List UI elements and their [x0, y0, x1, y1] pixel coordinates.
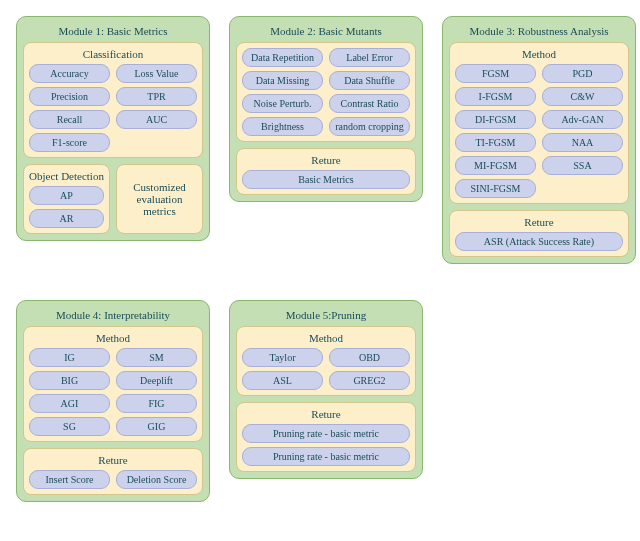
method-pill: C&W	[542, 87, 623, 106]
method-pill: GREG2	[329, 371, 410, 390]
metric-pill: AP	[29, 186, 104, 205]
return-pill: Deletion Score	[116, 470, 197, 489]
method-pill: FIG	[116, 394, 197, 413]
diagram-canvas: Module 1: Basic Metrics Classification A…	[10, 10, 640, 541]
module-interpretability: Module 4: Interpretability Method IG SM …	[16, 300, 210, 502]
method-pill: ASL	[242, 371, 323, 390]
return-pill: Insert Score	[29, 470, 110, 489]
sub-title: Method	[29, 332, 197, 344]
module-title: Module 5:Pruning	[236, 309, 416, 321]
sub-title: Reture	[242, 408, 410, 420]
metric-pill: F1-score	[29, 133, 110, 152]
sub-title: Reture	[29, 454, 197, 466]
mutant-pill: Data Missing	[242, 71, 323, 90]
module-pruning: Module 5:Pruning Method Taylor OBD ASL G…	[229, 300, 423, 479]
method-pill: PGD	[542, 64, 623, 83]
method-pill: IG	[29, 348, 110, 367]
mutant-pill: Data Shuffle	[329, 71, 410, 90]
module-title: Module 1: Basic Metrics	[23, 25, 203, 37]
sub-classification: Classification Accuracy Loss Value Preci…	[23, 42, 203, 158]
module-title: Module 2: Basic Mutants	[236, 25, 416, 37]
method-pill: FGSM	[455, 64, 536, 83]
sub-title: Reture	[242, 154, 410, 166]
sub-reture: Reture Basic Metrics	[236, 148, 416, 195]
module-robustness: Module 3: Robustness Analysis Method FGS…	[442, 16, 636, 264]
sub-reture: Reture Pruning rate - basic metric Pruni…	[236, 402, 416, 472]
sub-object-detection: Object Detection AP AR	[23, 164, 110, 234]
metric-pill: Loss Value	[116, 64, 197, 83]
module-basic-metrics: Module 1: Basic Metrics Classification A…	[16, 16, 210, 241]
method-pill: Taylor	[242, 348, 323, 367]
method-pill: MI-FGSM	[455, 156, 536, 175]
method-pill: BIG	[29, 371, 110, 390]
sub-title: Method	[242, 332, 410, 344]
module-basic-mutants: Module 2: Basic Mutants Data Repetition …	[229, 16, 423, 202]
return-pill: ASR (Attack Success Rate)	[455, 232, 623, 251]
metric-pill: Precision	[29, 87, 110, 106]
sub-method: Method FGSM PGD I-FGSM C&W DI-FGSM Adv-G…	[449, 42, 629, 204]
method-pill: OBD	[329, 348, 410, 367]
sub-title: Method	[455, 48, 623, 60]
method-pill: SSA	[542, 156, 623, 175]
return-pill: Pruning rate - basic metric	[242, 424, 410, 443]
metric-pill: Recall	[29, 110, 110, 129]
sub-title: Reture	[455, 216, 623, 228]
sub-method: Method Taylor OBD ASL GREG2	[236, 326, 416, 396]
mutant-pill: Brightness	[242, 117, 323, 136]
method-pill: SINI-FGSM	[455, 179, 536, 198]
mutant-pill: Data Repetition	[242, 48, 323, 67]
mutant-pill: Noise Perturb.	[242, 94, 323, 113]
mutant-pill: random cropping	[329, 117, 410, 136]
module-title: Module 3: Robustness Analysis	[449, 25, 629, 37]
method-pill: I-FGSM	[455, 87, 536, 106]
module-title: Module 4: Interpretability	[23, 309, 203, 321]
sub-customized: Customized evaluation metrics	[116, 164, 203, 234]
metric-pill: AUC	[116, 110, 197, 129]
sub-items: Data Repetition Label Error Data Missing…	[236, 42, 416, 142]
metric-pill: TPR	[116, 87, 197, 106]
method-pill: NAA	[542, 133, 623, 152]
method-pill: GIG	[116, 417, 197, 436]
metric-pill: AR	[29, 209, 104, 228]
sub-method: Method IG SM BIG Deeplift AGI FIG SG GIG	[23, 326, 203, 442]
method-pill: DI-FGSM	[455, 110, 536, 129]
mutant-pill: Label Error	[329, 48, 410, 67]
mutant-pill: Contrast Ratio	[329, 94, 410, 113]
method-pill: AGI	[29, 394, 110, 413]
sub-title: Object Detection	[29, 170, 104, 182]
method-pill: TI-FGSM	[455, 133, 536, 152]
return-pill: Pruning rate - basic metric	[242, 447, 410, 466]
method-pill: Adv-GAN	[542, 110, 623, 129]
method-pill: SG	[29, 417, 110, 436]
return-pill: Basic Metrics	[242, 170, 410, 189]
metric-pill: Accuracy	[29, 64, 110, 83]
method-pill: Deeplift	[116, 371, 197, 390]
method-pill: SM	[116, 348, 197, 367]
sub-title: Classification	[29, 48, 197, 60]
sub-reture: Reture Insert Score Deletion Score	[23, 448, 203, 495]
sub-reture: Reture ASR (Attack Success Rate)	[449, 210, 629, 257]
sub-text: Customized evaluation metrics	[122, 181, 197, 217]
